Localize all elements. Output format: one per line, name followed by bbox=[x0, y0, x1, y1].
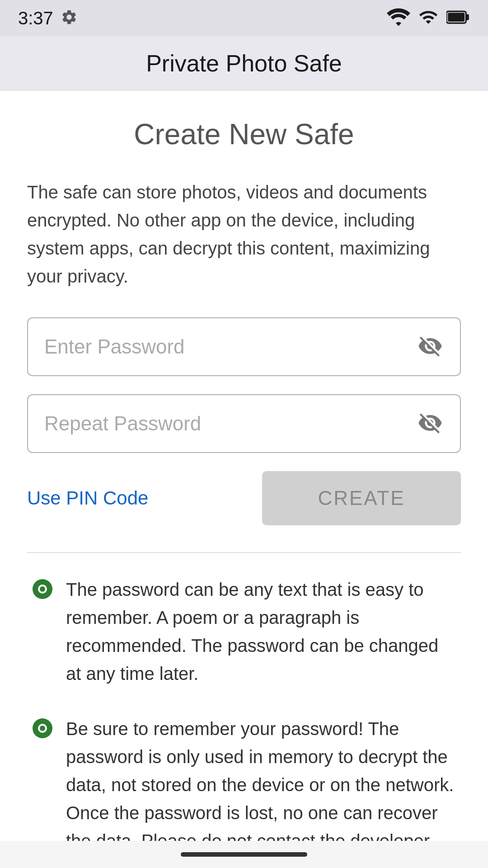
use-pin-code-button[interactable]: Use PIN Code bbox=[27, 487, 148, 509]
wifi-icon bbox=[387, 8, 410, 28]
create-button[interactable]: CREATE bbox=[262, 471, 461, 525]
app-bar: Private Photo Safe bbox=[0, 36, 488, 90]
description-text: The safe can store photos, videos and do… bbox=[27, 178, 461, 290]
svg-point-8 bbox=[40, 726, 45, 731]
repeat-password-input[interactable] bbox=[27, 394, 461, 453]
status-time: 3:37 bbox=[18, 8, 53, 28]
home-indicator bbox=[0, 841, 488, 868]
repeat-password-input-container bbox=[27, 394, 461, 453]
toggle-password-visibility-button[interactable] bbox=[413, 329, 447, 365]
home-bar bbox=[181, 852, 307, 857]
tip-item-1: The password can be any text that is eas… bbox=[32, 576, 456, 688]
tip-bullet-1 bbox=[32, 578, 53, 600]
app-bar-title: Private Photo Safe bbox=[146, 50, 342, 77]
tips-section: The password can be any text that is eas… bbox=[27, 576, 461, 868]
status-bar-right bbox=[387, 7, 470, 29]
page-title: Create New Safe bbox=[27, 118, 461, 151]
battery-icon bbox=[446, 8, 470, 28]
svg-rect-1 bbox=[466, 14, 469, 20]
toggle-repeat-password-visibility-button[interactable] bbox=[413, 406, 447, 442]
main-content: Create New Safe The safe can store photo… bbox=[0, 90, 488, 868]
password-input-container bbox=[27, 317, 461, 376]
status-bar: 3:37 bbox=[0, 0, 488, 36]
eye-off-icon-2 bbox=[418, 410, 443, 436]
action-row: Use PIN Code CREATE bbox=[27, 471, 461, 525]
tip-text-1: The password can be any text that is eas… bbox=[66, 576, 456, 688]
svg-rect-2 bbox=[448, 13, 465, 22]
tip-bullet-2 bbox=[32, 717, 53, 739]
divider bbox=[27, 552, 461, 553]
eye-off-icon bbox=[418, 334, 443, 359]
status-bar-left: 3:37 bbox=[18, 8, 78, 28]
signal-icon bbox=[418, 7, 438, 29]
password-input[interactable] bbox=[27, 317, 461, 376]
gear-icon bbox=[61, 9, 78, 28]
svg-point-5 bbox=[40, 586, 45, 592]
